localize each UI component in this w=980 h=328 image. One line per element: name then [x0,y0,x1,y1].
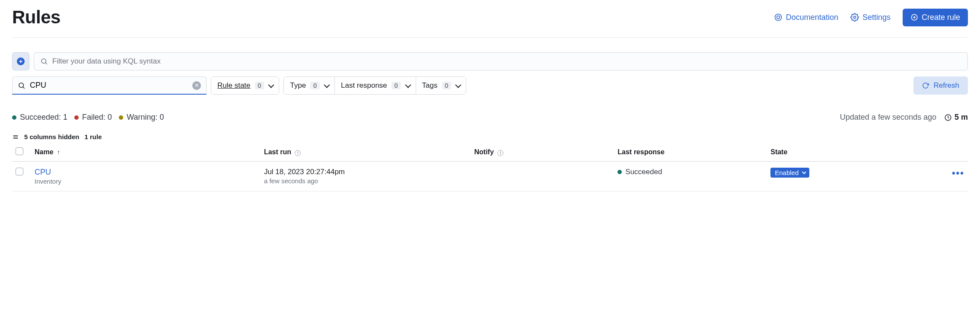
add-filter-button[interactable]: + [12,52,29,70]
column-name-label: Name [35,148,54,156]
filter-last-response-label: Last response [341,81,387,90]
plus-circle-icon [910,13,918,21]
svg-line-7 [45,63,47,64]
columns-icon[interactable] [12,134,19,140]
search-box[interactable]: ✕ [12,76,207,95]
status-dot-icon [617,170,622,174]
refresh-label: Refresh [933,81,959,90]
stat-warning: Warning: 0 [119,113,164,122]
chevron-down-icon [268,82,274,88]
refresh-button[interactable]: Refresh [913,76,968,95]
updated-text: Updated a few seconds ago [840,113,936,122]
sort-asc-icon: ↑ [57,149,60,156]
status-dot-icon [119,115,123,120]
svg-point-1 [776,16,780,19]
svg-point-2 [853,16,856,19]
svg-line-9 [23,87,24,88]
info-icon[interactable]: i [295,150,301,156]
search-icon [18,82,25,89]
gear-icon [850,13,859,22]
svg-point-6 [41,59,46,64]
svg-point-0 [775,14,781,21]
kql-row: + [12,52,968,70]
toolbar: + ✕ Rule state 0 Type 0 [12,38,968,101]
settings-link[interactable]: Settings [850,13,891,22]
stat-failed-text: Failed: 0 [82,113,112,122]
column-header-last-run[interactable]: Last run i [261,143,471,162]
last-run-time: Jul 18, 2023 20:27:44pm [264,168,468,176]
rules-table: Name ↑ Last run i Notify i Last response… [12,143,968,191]
column-notify-label: Notify [474,148,494,156]
filter-tags[interactable]: Tags 0 [416,77,466,94]
stats-row: Succeeded: 1 Failed: 0 Warning: 0 Update… [12,113,968,122]
filter-group: Type 0 Last response 0 Tags 0 [283,76,466,95]
kql-input-wrap[interactable] [34,52,968,70]
filter-rule-state[interactable]: Rule state 0 [211,77,279,94]
column-response-label: Last response [617,148,664,156]
chevron-down-icon [324,82,330,88]
chevron-down-icon [455,82,461,88]
rule-count-text: 1 rule [85,133,102,140]
chevron-down-icon [802,170,806,174]
page-header: Rules Documentation Settings Create rule [12,7,968,38]
filter-rule-state-count: 0 [255,82,264,89]
filter-last-response-count: 0 [391,82,401,89]
stat-failed: Failed: 0 [74,113,112,122]
row-checkbox[interactable] [16,168,23,175]
help-icon [774,13,783,22]
clock-icon [944,114,952,121]
column-header-name[interactable]: Name ↑ [31,143,261,162]
column-header-state[interactable]: State [767,143,901,162]
columns-hidden-text[interactable]: 5 columns hidden [24,133,80,140]
rule-name-link[interactable]: CPU [35,168,51,176]
kql-input[interactable] [52,57,961,66]
chevron-down-icon [405,82,411,88]
response-text: Succeeded [625,168,662,176]
column-header-notify[interactable]: Notify i [471,143,614,162]
status-dot-icon [74,115,79,120]
create-rule-label: Create rule [922,13,960,22]
filter-rule-state-group: Rule state 0 [211,76,279,95]
filter-tags-label: Tags [422,81,438,90]
filter-type-label: Type [290,81,306,90]
table-meta: 5 columns hidden 1 rule [12,133,968,140]
response-status: Succeeded [617,168,662,176]
refresh-icon [922,82,929,89]
svg-point-8 [19,83,24,88]
page-title: Rules [12,7,60,28]
notify-cell [471,162,614,191]
stat-succeeded-text: Succeeded: 1 [20,113,67,122]
status-dot-icon [12,115,16,120]
table-row: CPU Inventory Jul 18, 2023 20:27:44pm a … [12,162,968,191]
column-lastrun-label: Last run [264,148,291,156]
refresh-interval[interactable]: 5 m [944,113,968,122]
search-icon [40,57,48,65]
last-run-relative: a few seconds ago [264,177,468,185]
interval-text: 5 m [955,113,968,122]
filter-rule-state-label: Rule state [217,81,251,90]
rule-type-text: Inventory [35,178,257,185]
clear-search-button[interactable]: ✕ [192,81,201,90]
stat-warning-text: Warning: 0 [127,113,164,122]
updated-info: Updated a few seconds ago 5 m [840,113,968,122]
column-header-last-response[interactable]: Last response [614,143,767,162]
state-toggle[interactable]: Enabled [770,168,809,178]
info-icon[interactable]: i [497,150,503,156]
filter-type-count: 0 [310,82,320,89]
filter-last-response[interactable]: Last response 0 [335,77,416,94]
filters-row: ✕ Rule state 0 Type 0 Last response 0 Ta… [12,76,968,95]
filter-tags-count: 0 [442,82,452,89]
state-label: Enabled [775,169,799,176]
documentation-label: Documentation [786,13,838,22]
settings-label: Settings [862,13,891,22]
stat-succeeded: Succeeded: 1 [12,113,67,122]
filter-type[interactable]: Type 0 [284,77,335,94]
plus-icon: + [17,57,25,65]
status-stats: Succeeded: 1 Failed: 0 Warning: 0 [12,113,164,122]
select-all-checkbox[interactable] [16,147,23,155]
documentation-link[interactable]: Documentation [774,13,838,22]
column-state-label: State [770,148,787,156]
create-rule-button[interactable]: Create rule [903,9,968,26]
row-actions-menu[interactable]: ••• [952,168,964,178]
search-input[interactable] [30,81,188,90]
